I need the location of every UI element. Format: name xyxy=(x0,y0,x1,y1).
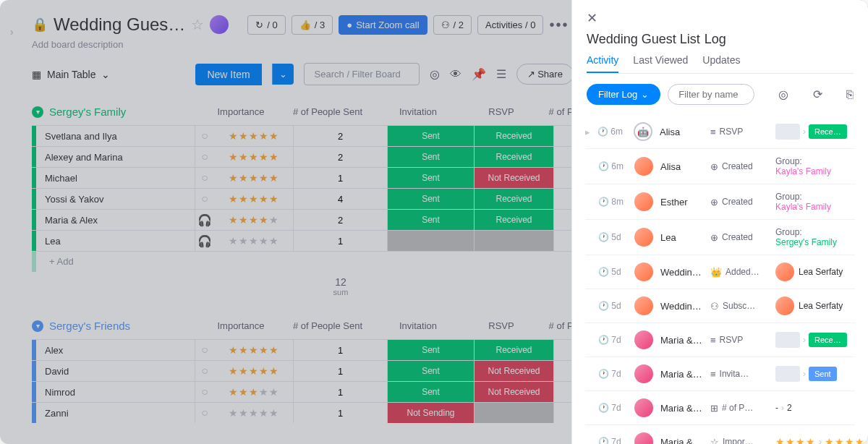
log-row[interactable]: 🕐 7d Maria & Alex ≡Invita… ›Sent xyxy=(585,357,855,391)
log-time: 🕐 5d xyxy=(598,267,627,277)
collapse-handle[interactable]: › xyxy=(10,26,14,38)
expand-icon: ▸ xyxy=(585,127,590,137)
chat-icon[interactable]: ○ xyxy=(195,168,214,188)
filter-icon[interactable]: ☰ xyxy=(496,67,506,81)
caret-down-icon[interactable]: ▾ xyxy=(32,106,43,118)
share-button[interactable]: ↗ Share xyxy=(516,64,574,85)
log-action: ⊕Created xyxy=(710,161,768,172)
log-name: Alisa xyxy=(660,161,703,172)
members-pill[interactable]: ⚇ / 2 xyxy=(433,15,472,35)
chat-icon[interactable]: ○ xyxy=(195,382,214,402)
log-row[interactable]: 🕐 5d Wedding Guest List 👑Added… Lea Serf… xyxy=(585,255,855,289)
chat-icon[interactable]: 🎧 xyxy=(195,231,214,251)
tab-last-viewed[interactable]: Last Viewed xyxy=(633,54,688,73)
tab-updates[interactable]: Updates xyxy=(702,54,740,73)
log-time: 🕐 7d xyxy=(598,437,627,444)
person-filter-icon[interactable]: ◎ xyxy=(778,87,788,101)
log-action: ⊕Created xyxy=(710,197,768,208)
refresh-icon[interactable]: ⟳ xyxy=(813,87,822,101)
rating-stars: ★★★★★ xyxy=(229,235,279,247)
row-name: Michael xyxy=(36,168,195,188)
log-name: Alisa xyxy=(660,127,703,137)
panel-title: Wedding Guest ListLog xyxy=(587,26,854,54)
log-name: Maria & Alex xyxy=(660,437,703,445)
log-name: Wedding Guest List xyxy=(660,267,703,278)
chat-icon[interactable]: 🎧 xyxy=(195,210,214,230)
group-name: ▾Sergey's Family xyxy=(32,106,201,118)
chat-icon[interactable]: ○ xyxy=(195,126,214,146)
export-icon[interactable]: ⎘ xyxy=(846,88,854,101)
row-name: Nimrod xyxy=(36,382,195,402)
log-row[interactable]: 🕐 6m Alisa ⊕Created Group:Kayla's Family xyxy=(585,149,855,184)
rating-stars: ★★★★★ xyxy=(229,386,279,398)
log-value: Group:Kayla's Family xyxy=(775,156,855,176)
activities-pill[interactable]: Activities / 0 xyxy=(477,15,543,35)
log-avatar xyxy=(634,364,653,383)
filter-name-input[interactable] xyxy=(668,84,754,105)
person-icon[interactable]: ◎ xyxy=(430,67,440,81)
pin-icon[interactable]: 📌 xyxy=(472,67,486,81)
log-avatar xyxy=(634,296,653,315)
log-value: ›Rece… xyxy=(775,332,855,348)
log-name: Esther xyxy=(660,197,703,208)
new-item-button[interactable]: New Item xyxy=(195,64,261,85)
log-time: 🕐 6m xyxy=(598,161,627,171)
rating-stars: ★★★★★ xyxy=(229,193,279,205)
rating-stars: ★★★★★ xyxy=(229,214,279,226)
log-name: Maria & Alex xyxy=(660,335,703,346)
new-item-dropdown[interactable]: ⌄ xyxy=(272,64,294,85)
search-input[interactable]: Search / Filter Board xyxy=(304,63,420,85)
rating-stars: ★★★★★ xyxy=(229,407,279,419)
rating-stars: ★★★★★ xyxy=(229,130,279,142)
log-row[interactable]: 🕐 7d Maria & Alex ☆Impor… ★★★★›★★★★★ xyxy=(585,425,855,444)
log-name: Maria & Alex xyxy=(660,369,703,380)
tab-activity[interactable]: Activity xyxy=(587,54,618,73)
row-name: Alexey and Marina xyxy=(36,147,195,167)
log-row[interactable]: 🕐 8m Esther ⊕Created Group:Kayla's Famil… xyxy=(585,184,855,220)
row-name: Alex xyxy=(36,340,195,360)
group-name: ▾Sergey's Friends xyxy=(32,320,201,332)
log-avatar xyxy=(634,228,653,247)
rating-stars: ★★★★★ xyxy=(229,172,279,184)
likes-pill[interactable]: 👍 / 3 xyxy=(292,15,333,35)
log-name: Maria & Alex xyxy=(660,403,703,414)
view-selector[interactable]: ▦ Main Table ⌄ xyxy=(32,69,110,80)
row-name: Yossi & Yakov xyxy=(36,189,195,209)
close-icon[interactable]: ✕ xyxy=(587,11,597,25)
lock-icon: 🔒 xyxy=(32,17,48,33)
caret-down-icon[interactable]: ▾ xyxy=(32,320,43,332)
log-avatar xyxy=(634,398,653,417)
log-row[interactable]: 🕐 5d Lea ⊕Created Group:Sergey's Family xyxy=(585,220,855,255)
filter-log-button[interactable]: Filter Log ⌄ xyxy=(587,84,660,105)
log-time: 🕐 5d xyxy=(598,301,627,311)
log-avatar: 🤖 xyxy=(634,122,652,141)
board-title[interactable]: Wedding Gues… xyxy=(54,14,185,35)
star-icon[interactable]: ☆ xyxy=(191,16,204,33)
log-action: ≡Invita… xyxy=(710,369,768,380)
log-value: Group:Kayla's Family xyxy=(775,192,855,212)
row-name: Lea xyxy=(36,231,195,251)
log-time: 🕐 7d xyxy=(598,369,627,379)
chat-icon[interactable]: ○ xyxy=(195,147,214,167)
chat-icon[interactable]: ○ xyxy=(195,361,214,381)
log-row[interactable]: 🕐 7d Maria & Alex ⊞# of P… - › 2 xyxy=(585,391,855,425)
chat-icon[interactable]: ○ xyxy=(195,189,214,209)
log-row[interactable]: ▸ 🕐 6m 🤖 Alisa ≡RSVP ›Rece… xyxy=(585,115,855,149)
log-time: 🕐 5d xyxy=(598,232,627,242)
more-icon[interactable]: ••• xyxy=(549,17,569,33)
chat-icon[interactable]: ○ xyxy=(195,340,214,360)
log-value: Lea Serfaty xyxy=(775,262,855,281)
conversations-pill[interactable]: ↻ / 0 xyxy=(247,15,285,35)
log-row[interactable]: 🕐 7d Maria & Alex ≡RSVP ›Rece… xyxy=(585,323,855,357)
activity-panel: ✕ Wedding Guest ListLog ActivityLast Vie… xyxy=(571,0,868,444)
log-row[interactable]: 🕐 5d Wedding Guest List ⚇Subsc… Lea Serf… xyxy=(585,289,855,323)
eye-icon[interactable]: 👁 xyxy=(450,68,461,81)
zoom-button[interactable]: ● Start Zoom call xyxy=(339,15,427,35)
log-action: ⊕Created xyxy=(710,232,768,243)
row-name: Maria & Alex xyxy=(36,210,195,230)
row-name: Svetlana and Ilya xyxy=(36,126,195,146)
chat-icon[interactable]: ○ xyxy=(195,403,214,423)
owner-avatar[interactable] xyxy=(210,15,229,34)
log-value: - › 2 xyxy=(775,403,855,413)
log-value: ›Rece… xyxy=(775,124,855,140)
